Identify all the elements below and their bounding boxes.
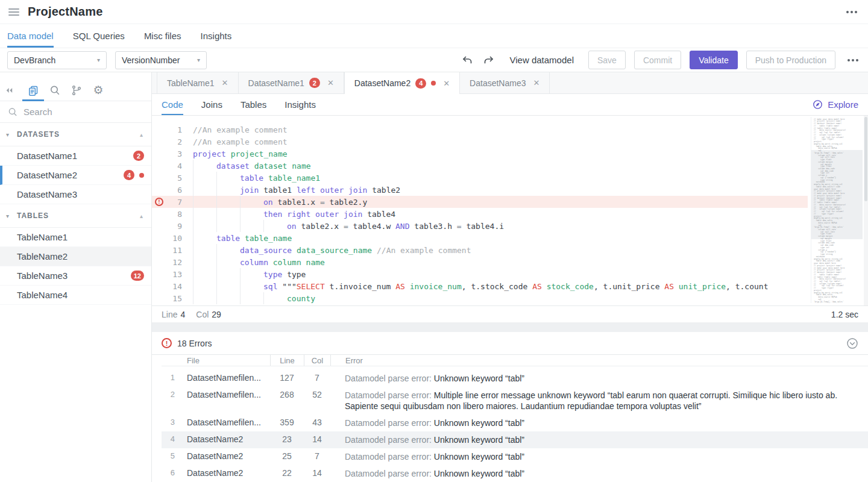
sidebar-item-tablename1[interactable]: TableName1 — [0, 228, 151, 247]
indent-guide — [216, 256, 240, 268]
commit-button[interactable]: Commit — [634, 51, 681, 69]
code-line[interactable]: 14sql """SELECT t.invoice_num AS invoice… — [152, 280, 808, 292]
error-row[interactable]: 4DatasetName22314Datamodel parse error: … — [162, 431, 868, 448]
sidebar-item-datasetname1[interactable]: DatasetName12 — [0, 146, 151, 166]
code-editor[interactable]: 1//An example comment2//An example comme… — [152, 116, 868, 305]
sidebar-item-datasetname3[interactable]: DatasetName3 — [0, 185, 151, 204]
collapse-sidebar-icon[interactable] — [6, 87, 13, 93]
section-items-tables: TableName1TableName2TableName312TableNam… — [0, 227, 151, 305]
code-token: unit_price — [674, 282, 726, 291]
nav-tab-sql-queries[interactable]: SQL Queries — [73, 24, 125, 48]
validate-button[interactable]: Validate — [690, 51, 738, 69]
toolbar-overflow-menu-icon[interactable] — [845, 57, 861, 64]
code-token: county — [287, 294, 315, 303]
error-panel-header[interactable]: ! 18 Errors — [152, 332, 868, 355]
main-panel: TableName1✕DatasetName12✕DatasetName24✕D… — [152, 72, 868, 482]
code-line[interactable]: 9on table2.x = table4.w AND table3.h = t… — [152, 220, 808, 232]
doc-tab-tablename1[interactable]: TableName1✕ — [157, 72, 239, 93]
code-line[interactable]: 11data_source data_source_name //An exam… — [152, 244, 808, 256]
code-line[interactable]: 12column column name — [152, 256, 808, 268]
error-icon: ! — [162, 338, 172, 348]
doc-tab-datasetname2[interactable]: DatasetName24✕ — [344, 72, 460, 94]
item-indicators: 2 — [133, 151, 144, 161]
nav-tab-misc-files[interactable]: Misc files — [144, 24, 181, 48]
scrollbar-thumb[interactable] — [864, 117, 867, 201]
gear-icon[interactable]: ⚙ — [87, 80, 109, 101]
chevron-down-icon: ▾ — [6, 131, 17, 138]
subtab-code[interactable]: Code — [162, 94, 183, 115]
sidebar-item-tablename2[interactable]: TableName2 — [0, 247, 151, 266]
subtab-tables[interactable]: Tables — [241, 94, 266, 115]
code-line[interactable]: 15county — [152, 292, 808, 304]
close-tab-icon[interactable]: ✕ — [222, 78, 228, 87]
subtab-joins[interactable]: Joins — [201, 94, 222, 115]
code-token: project_name — [231, 149, 288, 158]
error-row[interactable]: 3DatasetNamefilen...35943Datamodel parse… — [162, 415, 868, 431]
close-tab-icon[interactable]: ✕ — [443, 79, 450, 88]
code-token — [292, 246, 297, 255]
search-input[interactable] — [24, 107, 144, 117]
explore-button[interactable]: Explore — [812, 94, 858, 115]
duration-value: 1.2 sec — [831, 310, 858, 319]
section-header-datasets[interactable]: ▾DATASETS▴ — [0, 123, 151, 146]
close-tab-icon[interactable]: ✕ — [533, 78, 540, 87]
code-token: type — [263, 270, 282, 279]
section-label: DATASETS — [17, 130, 60, 139]
error-file: DatasetNamefilen... — [180, 373, 270, 383]
branch-select[interactable]: DevBranch ▾ — [7, 51, 107, 69]
code-line[interactable]: 5table table_name1 — [152, 172, 808, 184]
error-row[interactable]: 6DatasetName22214Datamodel parse error: … — [162, 465, 868, 482]
doc-tab-datasetname3[interactable]: DatasetName3✕ — [460, 72, 550, 93]
nav-tab-insights[interactable]: Insights — [201, 24, 232, 48]
code-token: table2.x — [297, 222, 344, 231]
indent-guide — [193, 220, 216, 232]
error-line: 127 — [270, 373, 304, 383]
code-line[interactable]: 13type type — [152, 268, 808, 280]
push-to-production-button[interactable]: Push to Production — [746, 51, 835, 69]
view-datamodel-link[interactable]: View datamodel — [510, 55, 574, 65]
section-header-tables[interactable]: ▾TABLES▴ — [0, 204, 151, 227]
collapse-panel-icon[interactable] — [846, 337, 858, 349]
save-button[interactable]: Save — [588, 51, 626, 69]
line-content: county — [182, 292, 315, 304]
line-error-icon: ! — [155, 198, 163, 206]
error-count-badge: 12 — [131, 271, 144, 281]
line-content: //An example comment — [182, 124, 288, 136]
close-tab-icon[interactable]: ✕ — [327, 78, 334, 87]
version-select[interactable]: VersionNumber ▾ — [115, 51, 207, 69]
sidebar-item-datasetname2[interactable]: DatasetName24 — [0, 166, 151, 185]
code-line[interactable]: 3project project_name — [152, 148, 808, 160]
header-overflow-menu-icon[interactable] — [844, 8, 860, 16]
item-label: DatasetName2 — [17, 170, 77, 180]
search-panel-icon[interactable] — [44, 80, 66, 101]
sidebar-item-tablename4[interactable]: TableName4 — [0, 286, 151, 305]
minimap[interactable]: // make your data model here // project … — [811, 117, 863, 303]
doc-tab-datasetname1[interactable]: DatasetName12✕ — [239, 72, 344, 93]
code-token — [263, 174, 268, 183]
git-branch-icon[interactable] — [66, 80, 87, 101]
subtab-insights[interactable]: Insights — [285, 94, 316, 115]
code-line[interactable]: 10table table_name — [152, 232, 808, 244]
code-line[interactable]: 2//An example comment — [152, 136, 808, 148]
sidebar-item-tablename3[interactable]: TableName312 — [0, 266, 151, 286]
chevron-down-icon: ▾ — [91, 57, 100, 63]
code-line[interactable]: 4dataset dataset name — [152, 160, 808, 172]
undo-icon[interactable] — [461, 54, 474, 66]
code-line[interactable]: 6join table1 left outer join table2 — [152, 184, 808, 196]
files-panel-icon[interactable] — [22, 80, 44, 101]
nav-tab-data-model[interactable]: Data model — [7, 24, 54, 48]
code-line[interactable]: !7on table1.x = table2.y — [152, 196, 808, 208]
code-line[interactable]: 8then right outer join table4 — [152, 208, 808, 220]
error-row[interactable]: 1DatasetNamefilen...1277Datamodel parse … — [162, 370, 868, 387]
code-token: , t.count — [726, 282, 768, 291]
error-message: Datamodel parse error: Multiple line err… — [330, 390, 868, 412]
redo-icon[interactable] — [482, 54, 495, 66]
code-line[interactable]: 1//An example comment — [152, 124, 808, 136]
line-number: 3 — [166, 149, 182, 158]
error-row[interactable]: 2DatasetNamefilen...26852Datamodel parse… — [162, 387, 868, 415]
error-row[interactable]: 5DatasetName2257Datamodel parse error: U… — [162, 448, 868, 465]
error-col: 14 — [304, 468, 330, 478]
hamburger-menu-icon[interactable] — [8, 8, 19, 16]
editor-scrollbar[interactable] — [864, 116, 868, 305]
item-label: TableName2 — [17, 251, 68, 261]
